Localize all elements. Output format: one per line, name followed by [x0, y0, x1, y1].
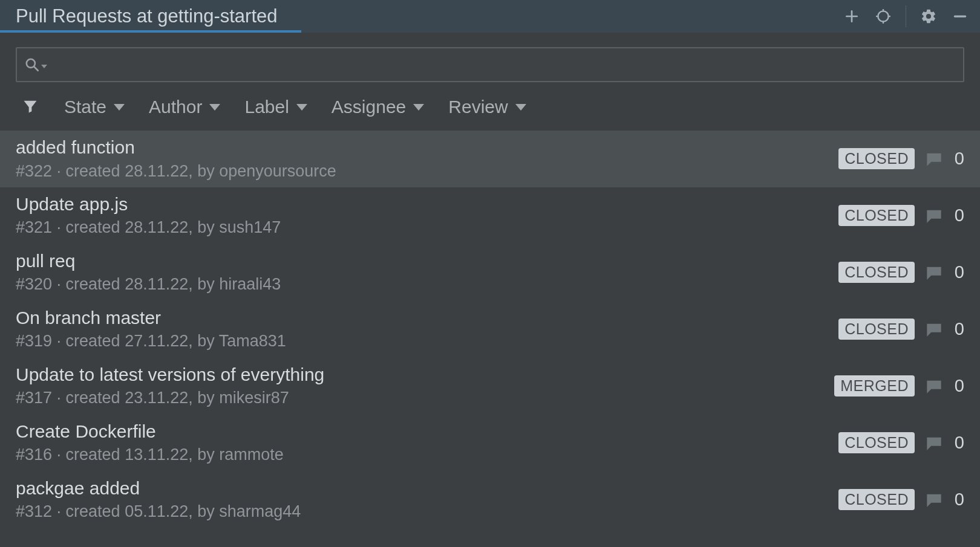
target-icon[interactable] — [874, 7, 892, 25]
comment-count: 0 — [953, 319, 964, 339]
pr-title: Create Dockerfile — [16, 420, 828, 443]
search-icon — [24, 57, 40, 73]
comment-count: 0 — [953, 376, 964, 396]
pr-row-main: Create Dockerfile#316 · created 13.11.22… — [16, 420, 828, 466]
comment-count: 0 — [953, 206, 964, 225]
pr-row-trail: CLOSED0 — [838, 489, 964, 510]
filter-author-label: Author — [149, 97, 202, 117]
pr-title: Update to latest versions of everything — [16, 363, 823, 386]
pr-row[interactable]: Update app.js#321 · created 28.11.22, by… — [0, 187, 980, 244]
chevron-down-icon — [114, 104, 125, 111]
pr-title: added function — [16, 136, 828, 159]
filter-bar: State Author Label Assignee Review — [16, 82, 964, 131]
comment-icon — [926, 493, 942, 507]
panel-title: Pull Requests at getting-started — [16, 5, 278, 27]
comment-icon — [926, 379, 942, 393]
chevron-down-icon — [296, 104, 307, 111]
comment-icon — [926, 152, 942, 166]
chevron-down-icon — [209, 104, 220, 111]
filter-state[interactable]: State — [64, 97, 125, 117]
pr-row[interactable]: added function#322 · created 28.11.22, b… — [0, 131, 980, 187]
pr-title: On branch master — [16, 306, 828, 329]
search-bar[interactable] — [16, 47, 964, 82]
search-options-chevron-icon[interactable] — [41, 61, 48, 68]
filter-assignee[interactable]: Assignee — [332, 97, 424, 117]
pr-meta: #316 · created 13.11.22, by rammote — [16, 444, 828, 465]
pr-row-main: added function#322 · created 28.11.22, b… — [16, 136, 828, 182]
svg-point-2 — [878, 11, 888, 21]
status-badge: CLOSED — [838, 489, 915, 510]
svg-line-9 — [34, 66, 38, 71]
comment-icon — [926, 322, 942, 337]
pr-row[interactable]: Create Dockerfile#316 · created 13.11.22… — [0, 415, 980, 471]
titlebar-divider — [906, 5, 906, 27]
svg-marker-10 — [41, 65, 47, 68]
pr-row[interactable]: On branch master#319 · created 27.11.22,… — [0, 301, 980, 358]
pr-row-main: Update to latest versions of everything#… — [16, 363, 823, 409]
titlebar: Pull Requests at getting-started — [0, 0, 980, 33]
status-badge: CLOSED — [838, 432, 915, 453]
active-tab-underline — [0, 30, 301, 33]
comment-count: 0 — [953, 490, 964, 510]
filter-label-label: Label — [244, 97, 289, 117]
chevron-down-icon — [515, 104, 526, 111]
filter-icon — [22, 98, 40, 116]
pr-row-trail: CLOSED0 — [838, 148, 964, 169]
filter-review-label: Review — [448, 97, 508, 117]
comment-icon — [926, 436, 942, 450]
filter-author[interactable]: Author — [149, 97, 220, 117]
status-badge: CLOSED — [838, 319, 915, 340]
status-badge: MERGED — [834, 375, 915, 396]
pr-meta: #320 · created 28.11.22, by hiraali43 — [16, 273, 828, 295]
pr-row-main: Update app.js#321 · created 28.11.22, by… — [16, 193, 828, 239]
filter-review[interactable]: Review — [448, 97, 526, 117]
comment-count: 0 — [953, 149, 964, 169]
comment-icon — [926, 209, 942, 223]
content-area: State Author Label Assignee Review added… — [0, 33, 980, 528]
filter-label[interactable]: Label — [244, 97, 307, 117]
pr-title: Update app.js — [16, 193, 828, 216]
pr-row-trail: MERGED0 — [834, 375, 964, 396]
status-badge: CLOSED — [838, 205, 915, 226]
status-badge: CLOSED — [838, 262, 915, 283]
pr-row[interactable]: packgae added#312 · created 05.11.22, by… — [0, 471, 980, 528]
pr-row[interactable]: Update to latest versions of everything#… — [0, 358, 980, 415]
new-pr-button[interactable] — [843, 7, 861, 25]
pr-meta: #319 · created 27.11.22, by Tama831 — [16, 330, 828, 352]
chevron-down-icon — [413, 104, 424, 111]
pr-row-main: packgae added#312 · created 05.11.22, by… — [16, 477, 828, 523]
minimize-button[interactable] — [951, 7, 969, 25]
pr-row-main: On branch master#319 · created 27.11.22,… — [16, 306, 828, 352]
pr-row-trail: CLOSED0 — [838, 262, 964, 283]
search-input[interactable] — [50, 56, 956, 74]
pr-meta: #312 · created 05.11.22, by sharmag44 — [16, 500, 828, 522]
pr-row[interactable]: pull req#320 · created 28.11.22, by hira… — [0, 244, 980, 301]
status-badge: CLOSED — [838, 148, 915, 169]
pr-row-trail: CLOSED0 — [838, 319, 964, 340]
pr-title: pull req — [16, 250, 828, 273]
pr-meta: #317 · created 23.11.22, by mikesir87 — [16, 387, 823, 409]
pr-row-trail: CLOSED0 — [838, 205, 964, 226]
comment-count: 0 — [953, 433, 964, 453]
pr-list: added function#322 · created 28.11.22, b… — [0, 131, 980, 528]
pr-meta: #321 · created 28.11.22, by sush147 — [16, 216, 828, 238]
pr-row-main: pull req#320 · created 28.11.22, by hira… — [16, 250, 828, 296]
pr-row-trail: CLOSED0 — [838, 432, 964, 453]
comment-icon — [926, 265, 942, 280]
titlebar-actions — [843, 5, 969, 27]
pr-title: packgae added — [16, 477, 828, 500]
pr-meta: #322 · created 28.11.22, by openyoursour… — [16, 160, 828, 182]
filter-state-label: State — [64, 97, 106, 117]
filter-assignee-label: Assignee — [332, 97, 406, 117]
comment-count: 0 — [953, 262, 964, 282]
gear-icon[interactable] — [920, 7, 938, 25]
